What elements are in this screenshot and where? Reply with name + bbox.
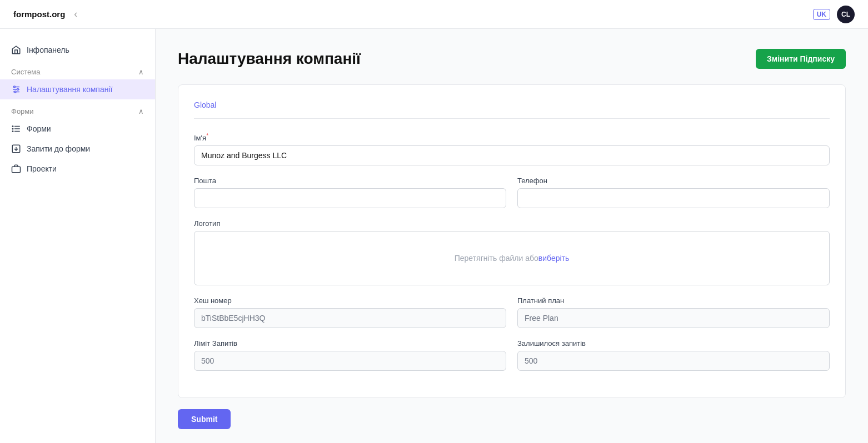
logo-upload-zone[interactable]: Перетягніть файли або виберіть [194, 231, 830, 285]
hash-field-group: Хеш номер [194, 296, 506, 328]
sidebar-section-main: Інфопанель [0, 40, 155, 60]
system-section-chevron[interactable] [138, 68, 144, 76]
navbar-left: formpost.org ‹ [13, 8, 77, 20]
phone-input[interactable] [517, 188, 830, 208]
svg-point-5 [14, 91, 16, 93]
svg-rect-14 [12, 167, 21, 173]
settings-card: Global Ім'я* Пошта Телефон [178, 84, 846, 398]
email-field-group: Пошта [194, 177, 506, 208]
global-tab[interactable]: Global [194, 100, 216, 109]
sidebar-item-projects-label: Проекти [27, 164, 57, 173]
plan-field-group: Платний план [517, 296, 830, 328]
logo-field-group: Логотип Перетягніть файли або виберіть [194, 219, 830, 285]
change-subscription-button[interactable]: Змінити Підписку [756, 49, 846, 69]
plan-label: Платний план [517, 296, 830, 305]
sidebar-item-company-settings[interactable]: Налаштування компанії [0, 79, 155, 99]
limit-field-group: Ліміт Запитів [194, 339, 506, 371]
sidebar-item-dashboard-label: Інфопанель [27, 46, 69, 54]
briefcase-icon [11, 164, 21, 174]
plan-input [517, 308, 830, 328]
email-phone-row: Пошта Телефон [194, 177, 830, 208]
settings-sliders-icon [11, 84, 21, 94]
svg-point-10 [12, 128, 13, 129]
sidebar: Інфопанель Система [0, 29, 156, 443]
back-button[interactable]: ‹ [74, 8, 77, 20]
email-input[interactable] [194, 188, 506, 208]
remaining-label: Залишилося запитів [517, 339, 830, 348]
logo-label: Логотип [194, 219, 830, 228]
sidebar-item-form-requests-label: Запити до форми [27, 144, 90, 153]
brand-logo: formpost.org [13, 9, 65, 19]
sidebar-section-system: Система Налаштування компанії [0, 64, 155, 99]
sidebar-item-form-requests[interactable]: Запити до форми [0, 139, 155, 159]
phone-field-group: Телефон [517, 177, 830, 208]
email-label: Пошта [194, 177, 506, 185]
download-box-icon [11, 144, 21, 154]
submit-button[interactable]: Submit [178, 409, 231, 429]
system-section-label: Система [11, 68, 40, 76]
phone-label: Телефон [517, 177, 830, 185]
svg-point-9 [12, 126, 13, 127]
main-content: Налаштування компанії Змінити Підписку G… [156, 29, 868, 443]
svg-point-11 [12, 131, 13, 132]
sidebar-section-forms: Форми Форми [0, 104, 155, 179]
forms-section-chevron[interactable] [138, 107, 144, 115]
layout: Інфопанель Система [0, 29, 868, 443]
name-label: Ім'я* [194, 132, 830, 142]
avatar[interactable]: CL [837, 6, 855, 23]
sidebar-item-projects[interactable]: Проекти [0, 159, 155, 179]
svg-point-4 [17, 89, 19, 90]
svg-point-3 [14, 86, 16, 88]
sidebar-item-forms[interactable]: Форми [0, 119, 155, 139]
page-title: Налаштування компанії [178, 50, 361, 68]
sidebar-item-company-settings-label: Налаштування компанії [27, 85, 112, 94]
list-icon [11, 124, 21, 134]
home-icon [11, 45, 21, 55]
limit-label: Ліміт Запитів [194, 339, 506, 348]
system-section-header: Система [0, 64, 155, 79]
upload-link[interactable]: виберіть [538, 254, 570, 263]
hash-label: Хеш номер [194, 296, 506, 305]
sidebar-item-dashboard[interactable]: Інфопанель [0, 40, 155, 60]
hash-input [194, 308, 506, 328]
limit-input [194, 351, 506, 371]
navbar: formpost.org ‹ UK CL [0, 0, 868, 29]
name-field-group: Ім'я* [194, 132, 830, 165]
hash-plan-row: Хеш номер Платний план [194, 296, 830, 328]
remaining-input [517, 351, 830, 371]
page-header: Налаштування компанії Змінити Підписку [178, 49, 846, 69]
upload-text: Перетягніть файли або [455, 254, 538, 263]
remaining-field-group: Залишилося запитів [517, 339, 830, 371]
forms-section-label: Форми [11, 107, 34, 115]
name-input[interactable] [194, 145, 830, 165]
forms-section-header: Форми [0, 104, 155, 119]
navbar-right: UK CL [813, 6, 855, 23]
language-selector[interactable]: UK [813, 9, 830, 20]
sidebar-item-forms-label: Форми [27, 124, 51, 133]
limit-remaining-row: Ліміт Запитів Залишилося запитів [194, 339, 830, 371]
